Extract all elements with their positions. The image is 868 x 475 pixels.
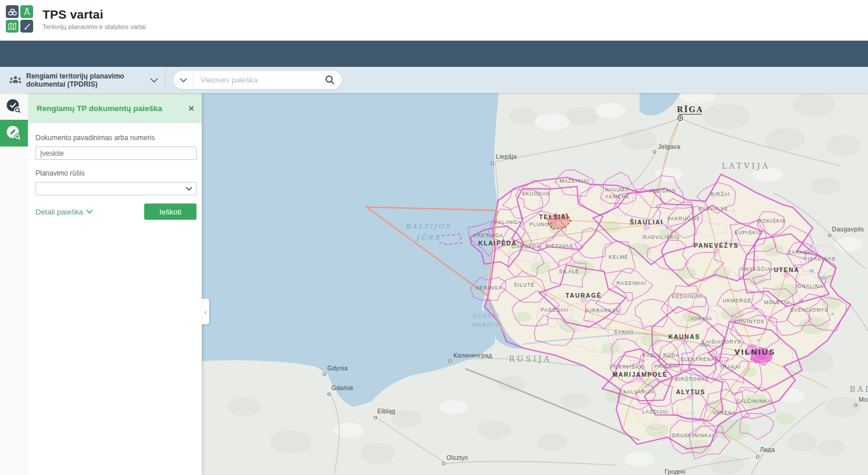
town-label: ŠILALĖ [559,269,580,274]
forest-patch [559,319,580,332]
city-label: KLAIPĖDA [478,240,517,247]
approved-documents-search-icon [5,98,23,115]
city-dot [653,151,656,153]
town-label: PLUNGĖ [530,222,553,227]
town-label: KALVARIJA [623,389,655,395]
city-label: KAUNAS [669,333,701,340]
town-label: AKMENĖ [605,194,630,199]
city-label: PANEVĖŽYS [694,242,738,249]
search-button[interactable] [318,71,341,89]
forest-patch [601,343,620,355]
ieskoti-button[interactable]: Ieškoti [144,203,197,220]
terrain-patch [826,135,860,156]
map-toolbar: Rengiami teritorijų planavimo dokumentai… [0,67,868,93]
town-label: LAZDIJAI [642,409,668,415]
town-label: RASEINIAI [616,280,646,286]
app-logo[interactable] [6,5,33,33]
sidebar-item-draft-doc-search[interactable] [0,120,28,147]
town-label: BIRŽAI [710,191,730,197]
terrain-patch [560,393,591,409]
town-label: JONAVA [690,316,713,322]
town-label: ROKIŠKIS [758,218,786,224]
layer-selector-label: Rengiami teritorijų planavimo dokumentai… [26,72,145,88]
city-label: MARIJAMPOLĖ [612,371,667,378]
page-subtitle: Teritorijų planavimo ir statybos vartai [42,23,146,30]
detail-search-link[interactable]: Detali paieška [35,208,93,216]
map-svg: SKUODASMAŽEIKIAINAUJOJIAKMENĖJONIŠKISPAK… [202,93,868,475]
foreign-city-label: Elbląg [377,408,395,415]
town-label: ANYKŠČIAI [741,266,773,272]
document-name-input[interactable] [35,147,197,160]
document-name-label: Dokumento pavadinimas arba numeris [35,134,197,142]
foreign-city-label: Калининград [453,352,492,359]
layer-selector-dropdown[interactable]: Rengiami teritorijų planavimo dokumentai… [0,67,165,93]
panel-header: Rengiamų TP dokumentų paieška × [28,93,202,123]
city-dot [756,456,759,458]
city-label: UTENA [774,266,799,273]
close-icon[interactable]: × [188,103,194,113]
town-label: PASVALYS [699,206,728,212]
town-label: VILKAVIŠKIS [609,364,645,370]
city-label: ALYTUS [676,388,706,395]
town-label: NERINGA [476,285,502,291]
terrain-patch [595,103,626,118]
town-label: ŠAKIAI [614,329,633,335]
foreign-city-label: Молодечно [859,396,868,403]
sidebar-item-approved-doc-search[interactable] [0,93,28,120]
search-type-dropdown[interactable] [174,71,194,89]
town-label: VISAGINAS [804,256,836,262]
panel-body: Dokumento pavadinimas arba numeris Plana… [28,123,202,220]
forest-patch [515,312,531,322]
chevron-down-icon [180,78,187,83]
town-label: JURBARKAS [585,308,620,313]
top-band [0,41,868,67]
town-label: UKMERGĖ [723,298,752,303]
forest-patch [772,284,798,298]
terrain-patch [703,103,750,129]
riga-label: RĪGA [677,105,703,114]
terrain-patch [810,177,841,195]
forest-patch [645,423,669,437]
terrain-patch [440,400,467,414]
country-label: LATVIJA [721,162,770,170]
city-label: ŠIAULIAI [630,219,663,226]
sea-label: JŪRA [415,234,441,241]
town-label: RADVILIŠKIS [643,234,680,240]
terrain-patch [537,433,567,451]
city-label: TAURAGĖ [566,292,602,299]
brush-icon [20,20,33,33]
foreign-city-label: Daugavpils [832,226,864,233]
town-label: ŠILUTĖ [514,282,535,288]
town-label: PAKRUOJIS [667,216,701,222]
city-dot [491,162,494,165]
terrain-patch [622,129,657,150]
foreign-city-label: Olsztyn [446,454,468,461]
city-dot [855,404,857,406]
planning-type-select[interactable] [35,182,197,195]
place-search-input[interactable] [194,76,318,84]
planning-type-label: Planavimo rūšis [35,169,197,177]
town-label: RIETAVAS [545,243,573,249]
town-label: ELEKTRĖNAI [681,356,717,362]
capital-label: VILNIUS [735,348,776,356]
foreign-city-label: Gdańsk [331,384,353,391]
terrain-patch [709,456,744,474]
panel-collapse-handle[interactable]: ‹ [202,299,209,324]
city-dot [374,416,377,419]
town-label: KAIŠIADORYS [702,339,741,345]
town-label: ŠVENČIONYS [790,307,828,313]
map-canvas[interactable]: SKUODASMAŽEIKIAINAUJOJIAKMENĖJONIŠKISPAK… [202,93,868,475]
map-icon [6,20,19,33]
document-search-panel: Rengiamų TP dokumentų paieška × Dokument… [28,93,202,475]
search-icon [325,75,335,85]
app-header: TPS vartai Teritorijų planavimo ir staty… [0,0,868,41]
forest-patch [763,244,784,256]
town-label: VARĖNA [713,410,736,416]
capital-dot-core [679,117,681,119]
foreign-city-label: Gdynia [327,365,348,372]
town-label: KUPIŠKIS [734,230,762,235]
city-dot [328,393,330,395]
terrain-patch [270,430,312,453]
tool-sidebar [0,93,28,475]
group-icon [9,76,22,85]
